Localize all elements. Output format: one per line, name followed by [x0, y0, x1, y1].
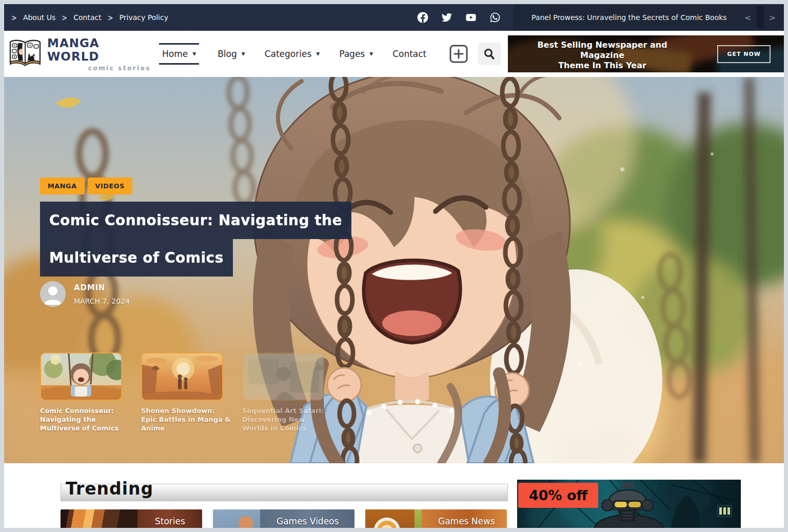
category-cards: Stories Games Videos Games News — [61, 509, 508, 528]
slide-thumb-3[interactable]: Sequential Art Safari: Discovering New W… — [242, 352, 332, 433]
nav-label: Contact — [392, 49, 426, 59]
category-label: Stories — [155, 516, 185, 526]
hero-slider: MANGA VIDEOS Comic Connoisseur: Navigati… — [4, 77, 784, 463]
ad-copy: Best Selling Newspaper and Magazine Them… — [520, 40, 684, 72]
slide-thumb-image — [141, 352, 223, 401]
nav-label: Categories — [265, 49, 312, 59]
nav-item-contact[interactable]: Contact — [391, 44, 427, 64]
youtube-icon[interactable] — [465, 12, 477, 23]
slide-caption[interactable]: Sequential Art Safari: Discovering New W… — [242, 407, 332, 433]
post-meta: ADMIN MARCH 7, 2024 — [40, 281, 130, 307]
slide-thumb-1[interactable]: Comic Connoisseur: Navigating the Multiv… — [40, 352, 130, 433]
trending-header: Trending — [61, 477, 508, 501]
add-post-button[interactable] — [448, 44, 469, 64]
nav-item-home[interactable]: Home ▼ — [159, 43, 199, 65]
category-image — [213, 509, 260, 528]
slide-caption[interactable]: Comic Connoisseur: Navigating the Multiv… — [40, 407, 130, 433]
ticker-headline[interactable]: Panel Prowess: Unraveling the Secrets of… — [531, 13, 741, 22]
person-icon — [40, 281, 66, 307]
header-ad-banner[interactable]: Best Selling Newspaper and Magazine Them… — [508, 35, 784, 72]
main-nav: Home ▼ Blog ▼ Categories ▼ Pages ▼ Conta… — [159, 43, 427, 65]
nav-item-categories[interactable]: Categories ▼ — [264, 44, 321, 64]
category-badge-manga[interactable]: MANGA — [40, 178, 85, 194]
post-meta-text: ADMIN MARCH 7, 2024 — [74, 281, 130, 307]
category-badge-videos[interactable]: VIDEOS — [88, 178, 132, 194]
sidebar-ad-banner[interactable]: 40% off — [517, 480, 741, 528]
ad-tagline: Hard work can be change your life. — [520, 72, 684, 72]
ticker-next-icon[interactable]: > — [766, 11, 779, 25]
post-date: MARCH 7, 2024 — [74, 297, 130, 305]
logo-title: MANGA WORLD — [47, 36, 151, 63]
search-button[interactable] — [478, 43, 501, 65]
twitter-icon[interactable] — [441, 12, 452, 23]
chevron-down-icon: ▼ — [316, 51, 320, 56]
trending-column: Trending Stories Games Videos Game — [61, 477, 508, 528]
post-title[interactable]: Comic Connoisseur: Navigating the Multiv… — [40, 202, 351, 277]
facebook-icon[interactable] — [417, 12, 428, 23]
nav-label: Pages — [339, 49, 365, 59]
category-card-games-videos[interactable]: Games Videos — [213, 509, 354, 528]
topbar: > About Us > Contact > Privacy Policy Pa… — [4, 4, 784, 31]
breadcrumb-privacy-policy[interactable]: Privacy Policy — [120, 13, 168, 22]
logo-book-icon — [8, 38, 42, 69]
post-badges: MANGA VIDEOS — [40, 178, 132, 194]
chevron-right-icon: > — [11, 13, 17, 22]
author-name[interactable]: ADMIN — [74, 283, 130, 292]
nav-item-blog[interactable]: Blog ▼ — [216, 44, 246, 64]
slide-caption[interactable]: Shonen Showdown: Epic Battles in Manga &… — [141, 407, 231, 433]
get-now-button[interactable]: GET NOW — [717, 45, 771, 63]
breadcrumb-contact[interactable]: Contact — [73, 13, 101, 22]
trending-title: Trending — [61, 477, 508, 501]
page: > About Us > Contact > Privacy Policy Pa… — [4, 4, 784, 528]
chevron-right-icon: > — [108, 13, 113, 22]
post-title-line1: Comic Connoisseur: Navigating the — [40, 202, 351, 239]
category-label: Games Videos — [277, 516, 339, 526]
logo-wordmark: MANGA WORLD comic stories — [47, 36, 151, 72]
category-image — [61, 509, 137, 528]
chevron-down-icon: ▼ — [369, 51, 373, 56]
ad-line1: Best Selling Newspaper and Magazine — [520, 40, 684, 61]
social-links — [417, 12, 501, 23]
category-card-stories[interactable]: Stories — [61, 509, 202, 528]
breadcrumb: > About Us > Contact > Privacy Policy — [11, 13, 168, 22]
ticker-controls: < > — [741, 4, 784, 31]
post-title-line2: Multiverse of Comics — [40, 239, 233, 277]
slide-thumb-image — [242, 352, 324, 401]
ticker-prev-icon[interactable]: < — [741, 11, 754, 25]
slider-thumbnails: Comic Connoisseur: Navigating the Multiv… — [40, 352, 332, 433]
chevron-down-icon: ▼ — [242, 51, 245, 56]
site-logo[interactable]: MANGA WORLD comic stories — [8, 36, 151, 72]
search-icon — [483, 48, 496, 60]
plus-icon — [448, 44, 469, 64]
news-ticker: Panel Prowess: Unraveling the Secrets of… — [513, 4, 784, 31]
nav-label: Blog — [218, 49, 237, 59]
nav-label: Home — [162, 49, 188, 59]
sidebar: 40% off — [517, 477, 741, 528]
category-label: Games News — [438, 516, 495, 526]
category-card-games-news[interactable]: Games News — [365, 509, 507, 528]
breadcrumb-about-us[interactable]: About Us — [23, 13, 55, 22]
header-actions — [448, 43, 501, 65]
chevron-down-icon: ▼ — [192, 51, 196, 56]
slide-thumb-2[interactable]: Shonen Showdown: Epic Battles in Manga &… — [141, 352, 231, 433]
slide-thumb-image — [40, 352, 122, 401]
ticker-divider — [757, 7, 764, 28]
site-header: MANGA WORLD comic stories Home ▼ Blog ▼ … — [4, 31, 784, 77]
nav-item-pages[interactable]: Pages ▼ — [338, 44, 374, 64]
logo-subtitle: comic stories — [47, 65, 151, 72]
category-image — [365, 509, 415, 528]
chevron-right-icon: > — [62, 13, 67, 22]
content-section: Trending Stories Games Videos Game — [4, 463, 784, 528]
category-image-strip — [415, 509, 422, 528]
whatsapp-icon[interactable] — [489, 12, 501, 23]
discount-badge: 40% off — [518, 483, 598, 508]
ad-line2: Theme In This Year — [520, 61, 684, 71]
author-avatar — [40, 281, 66, 307]
